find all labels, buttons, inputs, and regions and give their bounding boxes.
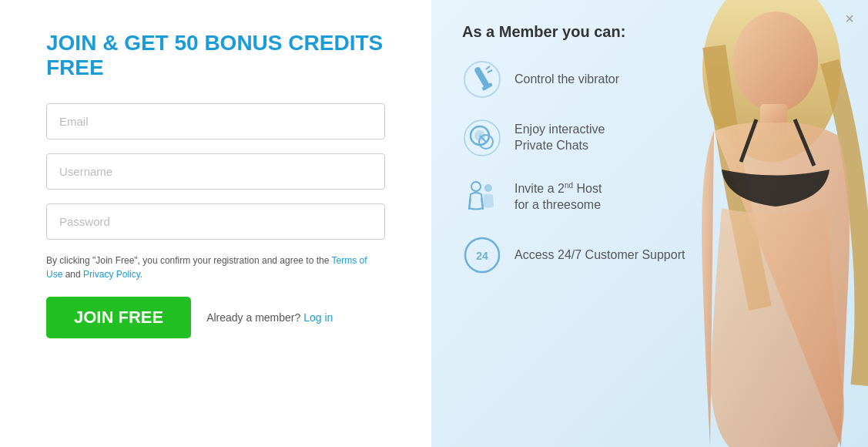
username-field[interactable] xyxy=(46,153,385,190)
registration-modal: × JOIN & GET 50 BONUS CREDITS FREE By cl… xyxy=(0,0,868,447)
svg-point-14 xyxy=(484,184,492,192)
benefit-text-chat: Enjoy interactivePrivate Chats xyxy=(514,122,605,154)
benefit-item-chat: Enjoy interactivePrivate Chats xyxy=(462,118,845,158)
already-member-text: Already a member? Log in xyxy=(206,311,333,324)
benefits-title: As a Member you can: xyxy=(462,23,845,41)
join-free-button[interactable]: JOIN FREE xyxy=(46,297,191,338)
svg-text:24: 24 xyxy=(476,250,488,262)
benefit-item-threesome: Invite a 2nd Hostfor a threesome xyxy=(462,176,845,217)
email-group xyxy=(46,103,385,139)
threesome-icon xyxy=(462,176,502,217)
email-field[interactable] xyxy=(46,103,385,139)
page-title: JOIN & GET 50 BONUS CREDITS FREE xyxy=(46,31,385,80)
login-link[interactable]: Log in xyxy=(303,311,333,324)
chat-icon xyxy=(462,118,502,158)
password-group xyxy=(46,203,385,240)
svg-line-6 xyxy=(486,66,490,69)
svg-point-13 xyxy=(471,182,481,191)
close-button[interactable]: × xyxy=(845,11,854,26)
terms-text: By clicking "Join Free", you confirm you… xyxy=(46,254,385,281)
benefit-text-support: Access 24/7 Customer Support xyxy=(514,247,685,264)
benefit-item-vibrator: Control the vibrator xyxy=(462,59,845,99)
join-row: JOIN FREE Already a member? Log in xyxy=(46,297,385,338)
benefit-text-vibrator: Control the vibrator xyxy=(514,72,619,88)
vibrator-icon xyxy=(462,59,502,99)
right-panel: As a Member you can: Control the vibrato… xyxy=(431,0,868,447)
password-field[interactable] xyxy=(46,203,385,240)
svg-line-7 xyxy=(488,70,492,72)
left-panel: JOIN & GET 50 BONUS CREDITS FREE By clic… xyxy=(0,0,431,447)
privacy-link[interactable]: Privacy Policy. xyxy=(83,269,142,280)
benefit-item-support: 24 Access 24/7 Customer Support xyxy=(462,235,845,275)
support-icon: 24 xyxy=(462,235,502,275)
username-group xyxy=(46,153,385,190)
benefit-text-threesome: Invite a 2nd Hostfor a threesome xyxy=(514,180,602,213)
benefits-panel: As a Member you can: Control the vibrato… xyxy=(431,0,868,447)
